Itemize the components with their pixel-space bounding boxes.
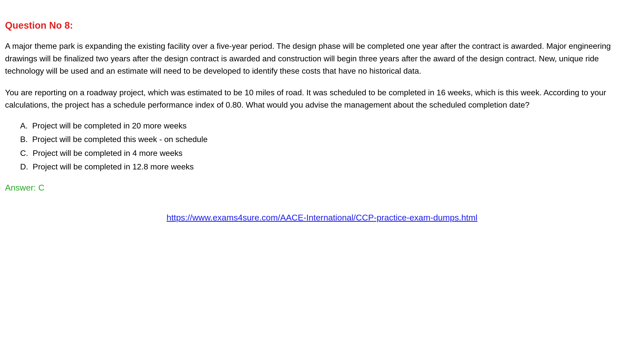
option-c: C. Project will be completed in 4 more w… [20, 146, 639, 160]
question-body-part1: A major theme park is expanding the exis… [5, 40, 639, 77]
option-d-label: D. [20, 162, 28, 171]
footer-link-container: https://www.exams4sure.com/AACE-Internat… [5, 208, 639, 222]
question-title: Question No 8: [5, 20, 639, 31]
option-c-label: C. [20, 149, 28, 158]
option-c-text: Project will be completed in 4 more week… [33, 149, 183, 158]
question-body-part2: You are reporting on a roadway project, … [5, 86, 639, 111]
option-a-text: Project will be completed in 20 more wee… [32, 121, 187, 130]
option-b-text: Project will be completed this week - on… [32, 135, 208, 144]
options-list: A. Project will be completed in 20 more … [20, 119, 639, 174]
option-d-text: Project will be completed in 12.8 more w… [33, 162, 194, 171]
page-container: Question No 8: A major theme park is exp… [5, 20, 639, 222]
answer-text: Answer: C [5, 183, 639, 193]
footer-link[interactable]: https://www.exams4sure.com/AACE-Internat… [167, 213, 477, 222]
option-a: A. Project will be completed in 20 more … [20, 119, 639, 132]
option-a-label: A. [20, 121, 28, 130]
option-b-label: B. [20, 135, 28, 144]
option-d: D. Project will be completed in 12.8 mor… [20, 160, 639, 173]
option-b: B. Project will be completed this week -… [20, 132, 639, 146]
